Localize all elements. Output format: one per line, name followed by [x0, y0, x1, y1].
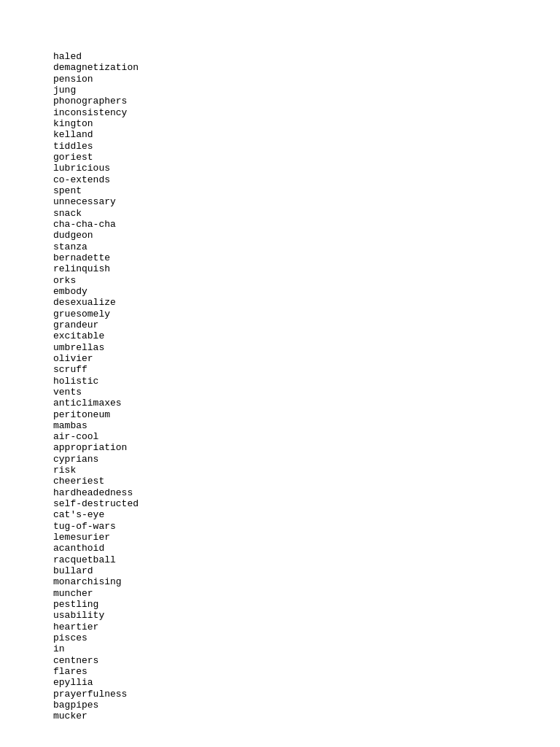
list-item: risk: [53, 542, 560, 555]
list-item: relinquish: [53, 303, 560, 317]
list-item: pisces: [53, 741, 560, 747]
list-item: excitable: [53, 383, 560, 396]
list-item: haled: [53, 51, 560, 64]
list-item: lubricious: [53, 184, 560, 197]
list-item: acanthoid: [53, 635, 560, 648]
list-item: racquetball: [53, 648, 560, 661]
list-item: bullard: [53, 662, 560, 675]
list-item: pestling: [53, 701, 560, 714]
list-item: olivier: [53, 409, 560, 422]
list-item: hardheadedness: [53, 568, 560, 581]
list-item: gruesomely: [53, 356, 560, 369]
list-item: self-destructed: [53, 582, 560, 595]
list-item: unnecessary: [53, 223, 560, 236]
list-item: dudgeon: [53, 263, 560, 276]
list-item: peritoneum: [53, 476, 560, 489]
list-item: kelland: [53, 144, 560, 157]
list-item: stanza: [53, 276, 560, 290]
list-item: air-cool: [53, 502, 560, 515]
list-item: heartier: [53, 728, 560, 741]
list-item: usability: [53, 714, 560, 727]
list-item: snack: [53, 237, 560, 250]
list-item: embody: [53, 330, 560, 343]
word-list: haleddemagnetizationpensionjungphonograp…: [0, 0, 560, 747]
list-item: cat's-eye: [53, 595, 560, 608]
list-item: appropriation: [53, 516, 560, 529]
list-item: anticlimaxes: [53, 462, 560, 476]
list-item: demagnetization: [53, 64, 560, 77]
list-item: kington: [53, 131, 560, 144]
list-item: bernadette: [53, 290, 560, 303]
list-item: inconsistency: [53, 117, 560, 131]
list-item: cha-cha-cha: [53, 250, 560, 263]
list-item: scruff: [53, 422, 560, 436]
list-item: orks: [53, 317, 560, 330]
list-item: jung: [53, 91, 560, 104]
list-item: phonographers: [53, 104, 560, 117]
list-item: desexualize: [53, 343, 560, 356]
list-item: muncher: [53, 688, 560, 701]
list-item: tug-of-wars: [53, 608, 560, 622]
list-item: lemesurier: [53, 622, 560, 635]
list-item: pension: [53, 77, 560, 90]
list-item: umbrellas: [53, 396, 560, 409]
list-item: vents: [53, 449, 560, 462]
list-item: holistic: [53, 436, 560, 449]
list-item: tiddles: [53, 158, 560, 171]
list-item: monarchising: [53, 675, 560, 688]
list-item: mambas: [53, 489, 560, 502]
list-item: cheeriest: [53, 555, 560, 568]
list-item: grandeur: [53, 370, 560, 383]
list-item: co-extends: [53, 197, 560, 210]
list-item: cyprians: [53, 529, 560, 542]
list-item: spent: [53, 210, 560, 223]
list-item: goriest: [53, 171, 560, 184]
